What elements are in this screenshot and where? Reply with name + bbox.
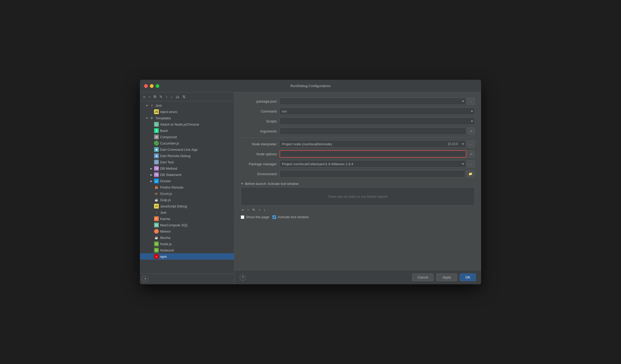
before-launch-remove-button[interactable]: − [246, 207, 250, 212]
move-down-button[interactable]: ↓ [170, 94, 173, 99]
minimize-button[interactable] [150, 84, 154, 88]
firefox-icon: 🦊 [154, 185, 159, 190]
arrow-icon: ▼ [146, 117, 149, 120]
add-config-button[interactable]: + [142, 94, 146, 99]
karma-icon: K [154, 216, 159, 221]
node-interpreter-select[interactable]: Project node (/usr/local/bin/node) [280, 140, 466, 148]
sidebar-item-dart-cmd[interactable]: ◆ Dart Command Line App [140, 146, 234, 153]
package-json-label: package.json: [241, 99, 277, 103]
environment-row: Environment: 📁 [241, 170, 475, 178]
scripts-control [280, 117, 475, 125]
main-body: + − ⧉ ✎ ↑ ↓ 🗂 ⇅ ▼ J Jest JS [140, 92, 481, 284]
help-button-bottom[interactable]: ? [240, 274, 246, 281]
node-options-input[interactable]: -r inject-direnv [280, 150, 466, 158]
sidebar-item-grunt[interactable]: 🐗 Grunt.js [140, 190, 234, 197]
environment-label: Environment: [241, 172, 277, 176]
sidebar-item-node[interactable]: N Node.js [140, 241, 234, 247]
before-launch-add-button[interactable]: + [241, 207, 245, 212]
remove-config-button[interactable]: − [147, 94, 151, 99]
sidebar-item-docker[interactable]: ▶ 🐳 Docker [140, 178, 234, 184]
sidebar-item-jest-root[interactable]: ▼ J Jest [140, 102, 234, 109]
command-select[interactable]: run [280, 108, 475, 115]
show-page-label: Show this page [246, 215, 269, 219]
maximize-button[interactable] [156, 84, 159, 88]
arguments-label: Arguments: [241, 129, 277, 133]
sidebar-item-db-statement[interactable]: ▶ DB DB Statement [140, 172, 234, 178]
activate-window-label: Activate tool window [278, 215, 309, 219]
cancel-button[interactable]: Cancel [412, 274, 434, 281]
sidebar-item-cucumber[interactable]: 🥒 Cucumber.js [140, 140, 234, 146]
node-interpreter-browse-button[interactable]: … [467, 140, 475, 148]
docker-icon: 🐳 [154, 179, 159, 183]
sidebar-item-bash[interactable]: $ Bash [140, 127, 234, 134]
package-json-browse-button[interactable]: … [467, 98, 475, 105]
sidebar-item-karma[interactable]: K Karma [140, 216, 234, 222]
sidebar-item-firefox[interactable]: 🦊 Firefox Remote [140, 184, 234, 190]
package-json-select-wrapper [280, 98, 466, 105]
sidebar-item-gulp[interactable]: ☕ Gulp.js [140, 197, 234, 203]
scripts-select[interactable] [280, 117, 475, 125]
sidebar-item-db-method[interactable]: ▶ DB DB Method [140, 165, 234, 172]
before-launch-edit-button[interactable]: ✎ [251, 207, 256, 212]
node-options-expand-button[interactable]: ⤢ [467, 150, 475, 158]
sidebar-item-meteor[interactable]: ☄ Meteor [140, 228, 234, 234]
show-page-checkbox[interactable] [241, 215, 244, 219]
sidebar-item-label: Karma [160, 217, 170, 221]
close-button[interactable] [144, 84, 148, 88]
sidebar-item-inject-envrc[interactable]: JS inject-envrc [140, 109, 234, 115]
arguments-expand-button[interactable]: ⤢ [467, 127, 475, 135]
jsdebug-icon: JS [154, 204, 159, 208]
sidebar-item-dart-test[interactable]: ◇ Dart Test [140, 159, 234, 165]
sidebar-item-label: Grunt.js [160, 192, 172, 196]
sidebar-item-label: Gulp.js [160, 198, 171, 202]
sidebar-item-compound[interactable]: ⊞ Compound [140, 134, 234, 140]
package-manager-select[interactable]: Project /usr/local/Cellar/yarn/1.9.4/lib… [280, 160, 466, 168]
js-icon: JS [154, 109, 159, 114]
environment-browse-button[interactable]: 📁 [466, 170, 475, 178]
window-controls [144, 84, 159, 88]
sidebar-item-label: Bash [160, 129, 168, 133]
sidebar-item-label: Nodeunit [160, 248, 174, 252]
sidebar-item-dart-remote[interactable]: ◈ Dart Remote Debug [140, 153, 234, 159]
activate-window-checkbox[interactable] [272, 215, 276, 219]
sidebar-item-attach[interactable]: ▷ Attach to Node.js/Chrome [140, 121, 234, 127]
sort-button[interactable]: ⇅ [181, 94, 187, 99]
command-row: Command: run [241, 108, 475, 115]
bottom-bar: ? Cancel Apply OK [234, 270, 481, 284]
jest-icon: J [149, 103, 154, 108]
edit-config-button[interactable]: ✎ [158, 94, 164, 99]
arguments-input[interactable] [280, 127, 466, 135]
db-method-icon: DB [154, 166, 159, 171]
folder-button[interactable]: 🗂 [175, 94, 180, 99]
sidebar-item-jsdebug[interactable]: JS JavaScript Debug [140, 203, 234, 209]
show-page-checkbox-label[interactable]: Show this page [241, 215, 269, 219]
activate-window-checkbox-label[interactable]: Activate tool window [272, 215, 309, 219]
no-tasks-label: There are no tasks to run before launch [328, 195, 388, 199]
sidebar-item-nodeunit[interactable]: N Nodeunit [140, 247, 234, 253]
package-manager-browse-button[interactable]: … [467, 160, 475, 168]
environment-input[interactable] [280, 170, 465, 178]
apply-button[interactable]: Apply [436, 274, 457, 281]
sidebar-item-mocha[interactable]: ☕ Mocha [140, 234, 234, 241]
help-button[interactable]: ? [142, 276, 148, 282]
sidebar-item-jest2[interactable]: J Jest [140, 209, 234, 216]
ok-button[interactable]: OK [460, 274, 476, 281]
sidebar-item-label: Firefox Remote [160, 185, 183, 189]
form-area: package.json: … Command: [234, 92, 481, 270]
before-launch-up-button[interactable]: ↑ [257, 207, 261, 212]
copy-config-button[interactable]: ⧉ [152, 94, 157, 99]
sidebar-item-npm[interactable]: n npm [140, 253, 234, 260]
grunt-icon: 🐗 [154, 191, 159, 196]
scripts-row: Scripts: [241, 117, 475, 125]
before-launch-header[interactable]: ▼ Before launch: Activate tool window [241, 180, 475, 187]
move-up-button[interactable]: ↑ [165, 94, 169, 99]
sidebar-item-label: Jest [160, 211, 166, 215]
command-select-wrapper: run [280, 108, 475, 115]
sidebar: + − ⧉ ✎ ↑ ↓ 🗂 ⇅ ▼ J Jest JS [140, 92, 234, 284]
arrow-icon: ▶ [150, 167, 154, 170]
sidebar-item-maxcompute[interactable]: M MaxCompute SQL [140, 222, 234, 228]
package-json-select[interactable] [280, 98, 466, 105]
before-launch-down-button[interactable]: ↓ [262, 207, 266, 212]
sidebar-item-templates[interactable]: ▼ ⚙ Templates [140, 115, 234, 121]
dart-remote-icon: ◈ [154, 153, 159, 158]
